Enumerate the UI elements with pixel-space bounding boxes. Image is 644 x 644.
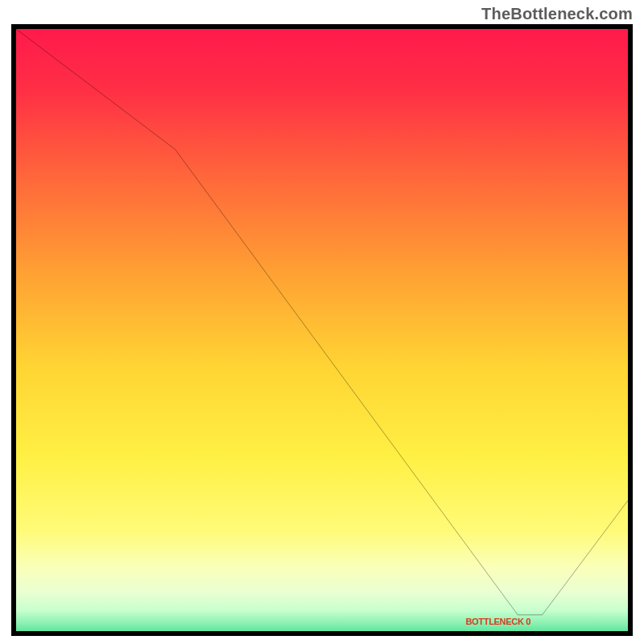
bottleneck-minimum-label: BOTTLENECK 0 (465, 617, 530, 626)
watermark-label: TheBottleneck.com (481, 5, 633, 23)
chart-container: TheBottleneck.com BOTTLENECK 0 (0, 0, 644, 644)
plot-area: BOTTLENECK 0 (11, 24, 633, 636)
bottleneck-curve (16, 29, 628, 631)
svg-rect-0 (16, 29, 628, 636)
background-gradient (16, 29, 628, 636)
